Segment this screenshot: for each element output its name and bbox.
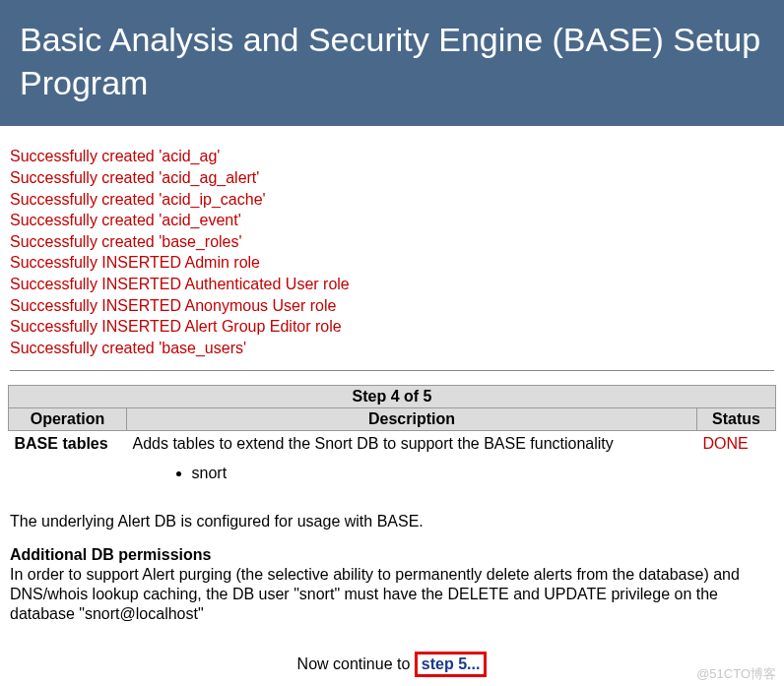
permissions-text: In order to support Alert purging (the s… [10,565,774,624]
status-message: Successfully INSERTED Authenticated User… [10,274,774,295]
status-message: Successfully created 'base_roles' [10,231,774,253]
status-message: Successfully created 'acid_event' [10,210,774,231]
status-cell: DONE [697,431,776,489]
continue-section: Now continue to step 5... [0,638,784,686]
divider [10,370,774,371]
status-messages: Successfully created 'acid_ag' Successfu… [0,126,784,366]
col-status: Status [697,408,776,431]
step-5-link[interactable]: step 5... [415,652,488,677]
status-message: Successfully created 'acid_ag_alert' [10,167,774,189]
status-message: Successfully INSERTED Anonymous User rol… [10,295,774,317]
list-item: snort [192,465,691,482]
step-table: Step 4 of 5 Operation Description Status… [8,385,776,488]
config-text: The underlying Alert DB is configured fo… [10,512,774,531]
col-description: Description [127,408,697,431]
permissions-heading: Additional DB permissions [10,545,774,565]
status-message: Successfully created 'acid_ag' [10,146,774,167]
operation-cell: BASE tables [9,431,127,489]
table-row: BASE tables Adds tables to extend the Sn… [9,431,776,489]
step-caption: Step 4 of 5 [9,386,776,408]
description-list: snort [192,465,691,482]
page-header: Basic Analysis and Security Engine (BASE… [0,0,784,126]
status-message: Successfully created 'base_users' [10,338,774,359]
page-title: Basic Analysis and Security Engine (BASE… [20,21,760,101]
status-message: Successfully INSERTED Admin role [10,252,774,274]
status-message: Successfully INSERTED Alert Group Editor… [10,316,774,338]
continue-prefix: Now continue to [297,655,415,672]
status-message: Successfully created 'acid_ip_cache' [10,189,774,211]
description-cell: Adds tables to extend the Snort DB to su… [127,431,697,489]
body-text: The underlying Alert DB is configured fo… [0,488,784,638]
watermark: @51CTO博客 [696,665,776,683]
description-text: Adds tables to extend the Snort DB to su… [133,435,614,452]
col-operation: Operation [9,408,127,431]
